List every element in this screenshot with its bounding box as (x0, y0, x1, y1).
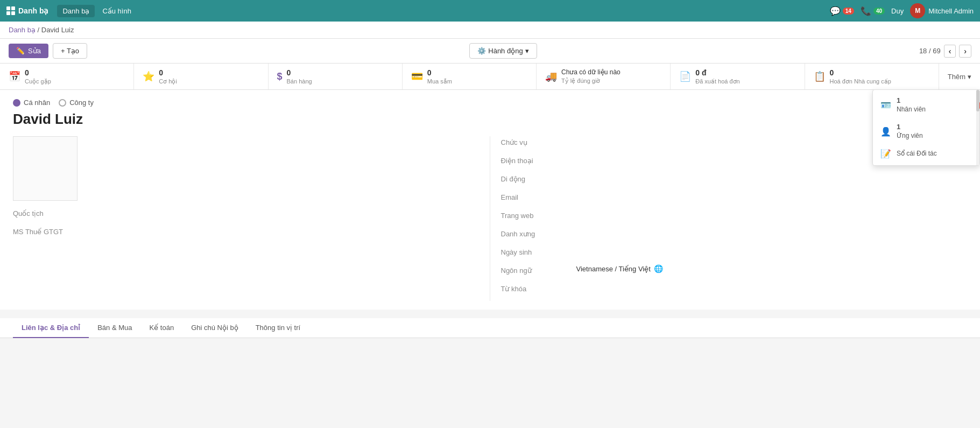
pagination-text: 18 / 69 (919, 47, 941, 55)
dropdown-employees[interactable]: 🪪 1 Nhân viên (873, 92, 979, 118)
email-label: Email (501, 191, 576, 201)
form-grid: Quốc tịch MS Thuế GTGT Chức vụ Điện thoạ… (13, 136, 967, 301)
pagination: 18 / 69 ‹ › (919, 45, 971, 58)
action-dropdown-icon: ▾ (525, 47, 529, 55)
action-button[interactable]: ⚙️ Hành động ▾ (469, 43, 537, 59)
stat-meetings[interactable]: 📅 0 Cuộc gặp (0, 64, 134, 89)
messages-button[interactable]: 💬 14 (830, 6, 854, 16)
action-bar: ✏️ Sửa + Tạo ⚙️ Hành động ▾ 18 / 69 ‹ › (0, 39, 980, 64)
app-logo[interactable]: Danh bạ (6, 6, 48, 15)
type-company[interactable]: Công ty (59, 99, 94, 107)
more-button[interactable]: Thêm ▾ 🪪 1 Nhân viên 👤 1 Ứng viên (939, 64, 980, 89)
more-dropdown: 🪪 1 Nhân viên 👤 1 Ứng viên 📝 (872, 89, 980, 166)
contact-name: David Luiz (13, 111, 967, 128)
nav-items: Danh bạ Cấu hình (57, 5, 136, 17)
phone-label: Điện thoại (501, 155, 576, 165)
ontime-count: Chưa có dữ liệu nào (561, 68, 621, 77)
avatar: M (910, 3, 925, 18)
meetings-label: Cuộc gặp (25, 78, 51, 85)
dropdown-ledger[interactable]: 📝 Sổ cái Đối tác (873, 144, 979, 163)
dropdown-candidates[interactable]: 👤 1 Ứng viên (873, 118, 979, 144)
ledger-icon: 📝 (880, 149, 891, 159)
app-title: Danh bạ (18, 6, 48, 15)
position-label: Chức vụ (501, 136, 576, 146)
dollar-icon: $ (277, 71, 283, 82)
field-website: Trang web (501, 209, 968, 224)
admin-profile[interactable]: M Mitchell Admin (910, 3, 974, 18)
vendor-icon: 📋 (814, 71, 826, 82)
stat-invoiced[interactable]: 📄 0 đ Đã xuất hoá đơn (671, 64, 805, 89)
ledger-label: Sổ cái Đối tác (897, 150, 937, 158)
invoiced-label: Đã xuất hoá đơn (695, 78, 740, 85)
messages-badge: 14 (843, 8, 854, 15)
globe-icon: 🌐 (654, 264, 663, 273)
user-name[interactable]: Duy (891, 7, 904, 15)
stat-sales[interactable]: $ 0 Bán hàng (269, 64, 403, 89)
tab-location-info[interactable]: Thông tin vị trí (247, 318, 309, 338)
id-card-icon: 🪪 (880, 100, 891, 110)
radio-individual-dot (13, 99, 20, 107)
breadcrumb: Danh bạ / David Luiz (0, 22, 980, 39)
nav-cau-hinh[interactable]: Cấu hình (97, 5, 137, 17)
pagination-next[interactable]: › (959, 45, 971, 58)
invoiced-count: 0 đ (695, 68, 740, 78)
field-title: Danh xưng (501, 228, 968, 243)
vendor-invoice-label: Hoá đơn Nhà cung cấp (830, 78, 891, 85)
contact-type-row: Cá nhân Công ty (13, 99, 967, 107)
calls-button[interactable]: 📞 40 (861, 6, 885, 16)
mobile-label: Di động (501, 173, 576, 183)
tax-label: MS Thuế GTGT (13, 226, 88, 236)
pagination-prev[interactable]: ‹ (944, 45, 956, 58)
breadcrumb-parent[interactable]: Danh bạ (9, 26, 36, 34)
stat-vendor-invoice[interactable]: 📋 0 Hoá đơn Nhà cung cấp (805, 64, 939, 89)
field-nationality: Quốc tịch (13, 207, 479, 222)
tabs-bar: Liên lạc & Địa chỉ Bán & Mua Kế toán Ghi… (0, 318, 980, 338)
vendor-invoice-count: 0 (830, 68, 891, 78)
candidate-label: Ứng viên (897, 132, 923, 141)
create-button[interactable]: + Tạo (53, 43, 87, 59)
sales-label: Bán hàng (287, 78, 312, 85)
website-label: Trang web (501, 209, 576, 220)
phone-icon: 📞 (861, 6, 871, 16)
more-label: Thêm (948, 73, 965, 81)
employee-count: 1 (897, 96, 926, 106)
admin-name: Mitchell Admin (928, 7, 974, 15)
purchase-label: Mua sắm (427, 78, 452, 85)
sales-count: 0 (287, 68, 312, 78)
tab-internal-notes[interactable]: Ghi chú Nội bộ (182, 318, 247, 338)
purchase-count: 0 (427, 68, 452, 78)
language-label: Ngôn ngữ (501, 264, 576, 275)
edit-button[interactable]: ✏️ Sửa (9, 44, 48, 58)
type-individual[interactable]: Cá nhân (13, 99, 50, 107)
field-mobile: Di động (501, 173, 968, 188)
avatar-area[interactable] (13, 136, 77, 201)
field-language: Ngôn ngữ Vietnamese / Tiếng Việt 🌐 (501, 264, 968, 279)
star-icon: ⭐ (143, 71, 154, 82)
calendar-icon: 📅 (9, 71, 20, 82)
field-email: Email (501, 191, 968, 206)
stat-opportunities[interactable]: ⭐ 0 Cơ hội (134, 64, 268, 89)
breadcrumb-current: David Luiz (41, 26, 74, 34)
top-navigation: Danh bạ Danh bạ Cấu hình 💬 14 📞 40 Duy M… (0, 0, 980, 22)
nav-danh-ba[interactable]: Danh bạ (57, 5, 95, 17)
tab-sales-purchase[interactable]: Bán & Mua (89, 318, 140, 338)
truck-icon: 🚚 (545, 71, 557, 82)
gear-icon: ⚙️ (477, 47, 486, 55)
language-value[interactable]: Vietnamese / Tiếng Việt (576, 265, 651, 273)
stat-purchase[interactable]: 💳 0 Mua sắm (403, 64, 537, 89)
card-icon: 💳 (411, 71, 423, 82)
edit-icon: ✏️ (16, 47, 25, 55)
stat-ontime[interactable]: 🚚 Chưa có dữ liệu nào Tỷ lệ đúng giờ (537, 64, 671, 89)
candidate-count: 1 (897, 123, 923, 132)
calls-badge: 40 (873, 8, 885, 15)
tab-accounting[interactable]: Kế toán (141, 318, 183, 338)
tab-contact-address[interactable]: Liên lạc & Địa chỉ (13, 318, 89, 338)
field-dob: Ngày sinh (501, 246, 968, 261)
ontime-label: Tỷ lệ đúng giờ (561, 77, 621, 85)
meetings-count: 0 (25, 68, 51, 78)
top-nav-right: 💬 14 📞 40 Duy M Mitchell Admin (830, 3, 974, 18)
title-label: Danh xưng (501, 228, 576, 238)
dropdown-scrollbar[interactable] (976, 90, 979, 165)
message-icon: 💬 (830, 6, 841, 16)
stats-bar: 📅 0 Cuộc gặp ⭐ 0 Cơ hội $ 0 Bán hàng 💳 0… (0, 64, 980, 90)
